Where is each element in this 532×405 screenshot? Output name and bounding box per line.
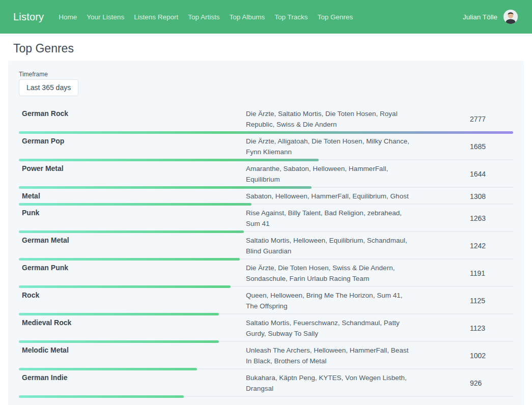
genre-name: Melodic Metal: [19, 345, 246, 356]
genre-row: Rock Queen, Helloween, Bring Me The Hori…: [19, 287, 513, 314]
genre-listen-count: 1123: [470, 324, 485, 332]
user-avatar-icon[interactable]: [503, 10, 518, 24]
nav-link-home[interactable]: Home: [59, 13, 77, 21]
genre-listen-count: 1644: [470, 170, 486, 178]
genre-name: German Indie: [19, 372, 246, 383]
genre-listen-count: 1191: [470, 269, 485, 277]
genre-row: Metal Sabaton, Helloween, HammerFall, Eq…: [19, 188, 513, 205]
timeframe-label: Timeframe: [19, 71, 513, 78]
genre-row: German Punk Die Ärzte, Die Toten Hosen, …: [19, 259, 513, 287]
genre-row: Melodic Metal Unleash The Archers, Hello…: [19, 342, 513, 369]
genre-top-artists: Bukahara, Käptn Peng, KYTES, Von Wegen L…: [246, 372, 414, 394]
page-title: Top Genres: [13, 42, 532, 55]
nav-link-top-genres[interactable]: Top Genres: [318, 13, 353, 21]
genre-row: Power Metal Amaranthe, Sabaton, Hellowee…: [19, 160, 513, 188]
genre-listen-count: 1685: [470, 142, 486, 151]
nav-link-listens-report[interactable]: Listens Report: [134, 13, 178, 21]
user-name: Julian Tölle: [463, 13, 497, 21]
nav-link-top-tracks[interactable]: Top Tracks: [274, 13, 307, 21]
nav-link-top-albums[interactable]: Top Albums: [229, 13, 265, 21]
genre-top-artists: Die Ärzte, Saltatio Mortis, Die Toten Ho…: [246, 108, 414, 130]
genre-row: German Pop Die Ärzte, Alligatoah, Die To…: [19, 133, 513, 160]
genre-row: Medieval Rock Saltatio Mortis, Feuerschw…: [19, 314, 513, 342]
genre-name: Metal: [19, 191, 246, 201]
genre-listen-count: 1125: [470, 297, 485, 305]
genre-name: German Pop: [19, 136, 246, 147]
genre-listen-count: 1308: [470, 192, 486, 200]
genre-row: German Metal Saltatio Mortis, Helloween,…: [19, 232, 513, 259]
genre-listen-count: 1242: [470, 242, 486, 250]
genre-name: Rock: [19, 290, 246, 301]
genre-name: Medieval Rock: [19, 317, 246, 328]
genre-top-artists: Unleash The Archers, Helloween, HammerFa…: [246, 345, 414, 366]
genre-top-artists: Sabaton, Helloween, HammerFall, Equilibr…: [246, 191, 414, 201]
genre-list: German Rock Die Ärzte, Saltatio Mortis, …: [19, 105, 513, 397]
nav-links: HomeYour ListensListens ReportTop Artist…: [59, 13, 353, 21]
genre-listen-count: 1002: [470, 352, 486, 360]
genre-name: German Punk: [19, 263, 246, 273]
user-menu[interactable]: Julian Tölle: [463, 10, 518, 24]
timeframe-select[interactable]: Last 365 days: [19, 79, 78, 96]
genre-top-artists: Die Ärzte, Alligatoah, Die Toten Hosen, …: [246, 136, 414, 157]
genre-name: German Rock: [19, 108, 246, 119]
genre-top-artists: Saltatio Mortis, Feuerschwanz, Schandmau…: [246, 317, 414, 339]
nav-link-your-listens[interactable]: Your Listens: [87, 13, 124, 21]
genre-top-artists: Rise Against, Billy Talent, Bad Religion…: [246, 208, 414, 229]
genre-top-artists: Die Ärzte, Die Toten Hosen, Swiss & Die …: [246, 263, 414, 284]
genre-name: Power Metal: [19, 163, 246, 174]
navbar: Listory HomeYour ListensListens ReportTo…: [0, 0, 532, 34]
genre-top-artists: Queen, Helloween, Bring Me The Horizon, …: [246, 290, 414, 311]
genre-listen-count: 926: [470, 379, 482, 387]
genre-top-artists: Saltatio Mortis, Helloween, Equilibrium,…: [246, 235, 414, 256]
genre-row: Punk Rise Against, Billy Talent, Bad Rel…: [19, 205, 513, 232]
app-logo[interactable]: Listory: [13, 11, 44, 23]
genre-name: Punk: [19, 208, 246, 218]
genre-progress-bar: [19, 395, 184, 398]
genre-listen-count: 2777: [470, 115, 486, 123]
genre-row: German Indie Bukahara, Käptn Peng, KYTES…: [19, 369, 513, 397]
genre-top-artists: Amaranthe, Sabaton, Helloween, HammerFal…: [246, 163, 414, 185]
nav-link-top-artists[interactable]: Top Artists: [188, 13, 219, 21]
genre-row: German Rock Die Ärzte, Saltatio Mortis, …: [19, 105, 513, 133]
genre-name: German Metal: [19, 235, 246, 246]
genre-listen-count: 1263: [470, 214, 486, 222]
top-genres-panel: Timeframe Last 365 days German Rock Die …: [8, 61, 524, 405]
